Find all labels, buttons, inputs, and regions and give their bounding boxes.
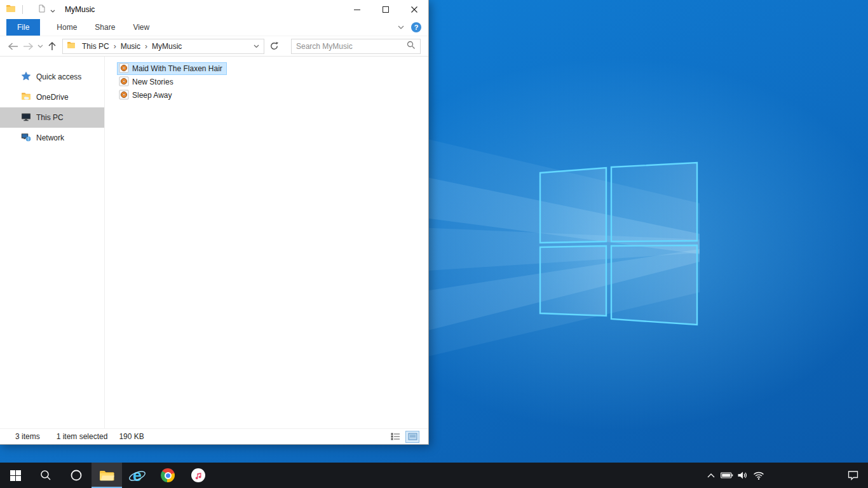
tab-view[interactable]: View [124,19,158,36]
volume-button[interactable] [735,463,750,488]
qat-file-icon [38,4,46,15]
action-center-icon [848,470,858,480]
taskbar-file-explorer-button[interactable] [92,463,122,488]
chevron-up-icon [707,473,715,478]
close-icon [411,6,417,13]
view-toggles [388,431,422,443]
forward-button[interactable] [20,39,36,54]
navigation-pane: Quick access OneDrive This PC Network [0,57,105,428]
file-name: New Stories [132,78,173,86]
up-button[interactable] [44,39,60,54]
file-item[interactable]: New Stories [117,76,178,88]
search-icon [407,41,416,51]
breadcrumb-music[interactable]: Music [117,42,144,51]
speaker-icon [737,471,748,480]
sidebar-item-onedrive[interactable]: OneDrive [0,87,104,107]
chevron-down-icon [254,44,259,48]
file-explorer-icon [99,470,114,482]
sidebar-item-network[interactable]: Network [0,128,104,148]
file-name: Sleep Away [132,91,172,100]
address-dropdown-button[interactable] [251,44,262,48]
cortana-icon [70,469,83,482]
thumbnails-view-icon [408,433,417,440]
hidden-icons-button[interactable] [703,463,719,488]
status-item-count: 3 items [15,432,40,441]
computer-icon [21,112,31,123]
search-box [291,39,421,54]
audio-file-icon [119,76,129,88]
search-icon [40,470,51,481]
refresh-icon [269,41,279,51]
status-bar: 3 items 1 item selected 190 KB [0,428,428,444]
taskbar: e [0,463,868,488]
wifi-icon [753,471,764,480]
details-view-button[interactable] [388,431,402,443]
itunes-icon [191,468,205,482]
back-button[interactable] [5,39,20,54]
windows-logo-icon [10,470,21,481]
taskbar-internet-explorer-button[interactable]: e [122,463,153,488]
help-icon: ? [411,22,421,32]
forward-arrow-icon [23,42,34,51]
thumbnails-view-button[interactable] [405,431,419,443]
caption-buttons [342,0,428,19]
system-tray [703,463,766,488]
chevron-down-icon [37,44,43,48]
file-item[interactable]: Sleep Away [117,89,177,102]
qat-toolbar-button[interactable] [38,4,46,15]
explorer-window: MyMusic File Home Share View ? [0,0,429,445]
window-title: MyMusic [65,5,95,14]
sidebar-item-quick-access[interactable]: Quick access [0,67,104,87]
breadcrumb-mymusic[interactable]: MyMusic [148,42,186,51]
sidebar-item-this-pc[interactable]: This PC [0,107,104,128]
address-folder-icon [67,41,76,51]
window-body: Quick access OneDrive This PC Network [0,57,428,428]
onedrive-folder-icon [21,92,31,102]
taskbar-itunes-button[interactable] [183,463,214,488]
recent-locations-button[interactable] [36,39,44,54]
file-item[interactable]: Maid With The Flaxen Hair [117,62,227,75]
chevron-down-icon [398,25,404,29]
tab-share[interactable]: Share [86,19,124,36]
audio-file-icon [119,63,129,75]
status-selection-size: 190 KB [119,432,144,441]
refresh-button[interactable] [266,39,282,54]
file-list[interactable]: Maid With The Flaxen Hair New Stories Sl… [105,57,428,428]
back-arrow-icon [8,42,18,51]
sidebar-item-label: OneDrive [36,93,69,102]
titlebar[interactable]: MyMusic [0,0,428,19]
network-icon [21,133,31,144]
start-button[interactable] [0,463,31,488]
tab-file[interactable]: File [6,19,40,36]
quick-access-toolbar [0,4,55,15]
tab-home[interactable]: Home [48,19,86,36]
up-arrow-icon [48,41,57,51]
action-center-button[interactable] [837,463,868,488]
sidebar-item-label: Quick access [36,72,81,81]
sidebar-item-label: Network [36,133,64,142]
taskbar-spacer [766,463,837,488]
maximize-icon [383,6,389,13]
close-button[interactable] [400,0,428,19]
file-name: Maid With The Flaxen Hair [132,64,222,73]
taskbar-search-button[interactable] [31,463,61,488]
taskbar-chrome-button[interactable] [153,463,183,488]
breadcrumb-this-pc[interactable]: This PC [78,42,113,51]
minimize-button[interactable] [342,0,371,19]
chrome-icon [161,468,175,482]
qat-customize-button[interactable] [50,5,55,15]
help-button[interactable]: ? [411,22,421,32]
details-view-icon [391,433,400,440]
battery-button[interactable] [719,463,735,488]
address-row: This PC › Music › MyMusic [0,36,428,57]
svg-text:?: ? [414,24,419,31]
expand-ribbon-button[interactable] [398,25,404,29]
maximize-button[interactable] [371,0,400,19]
network-wifi-button[interactable] [750,463,766,488]
internet-explorer-icon: e [128,466,146,484]
cortana-button[interactable] [61,463,92,488]
battery-icon [721,471,733,479]
search-input[interactable] [296,42,407,51]
address-bar[interactable]: This PC › Music › MyMusic [62,39,264,54]
qat-divider [22,5,23,14]
